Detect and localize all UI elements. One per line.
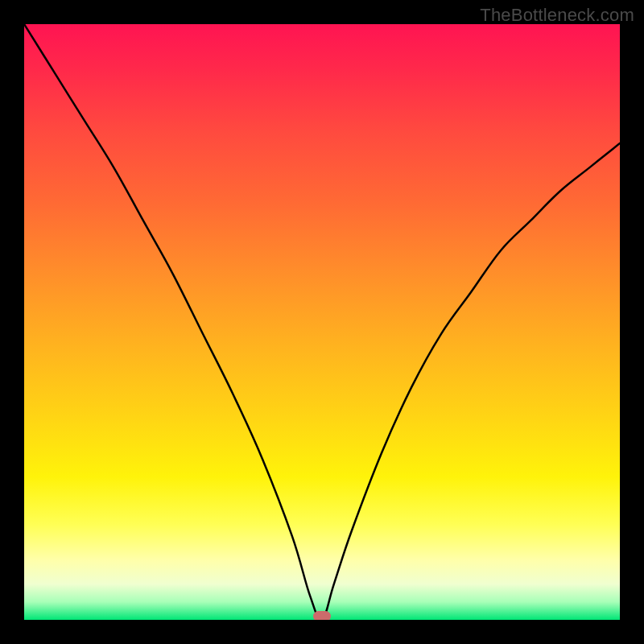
bottleneck-curve <box>24 24 620 620</box>
minimum-marker <box>313 611 331 620</box>
plot-area <box>24 24 620 620</box>
watermark-text: TheBottleneck.com <box>480 5 634 26</box>
chart-frame: TheBottleneck.com <box>0 0 644 644</box>
